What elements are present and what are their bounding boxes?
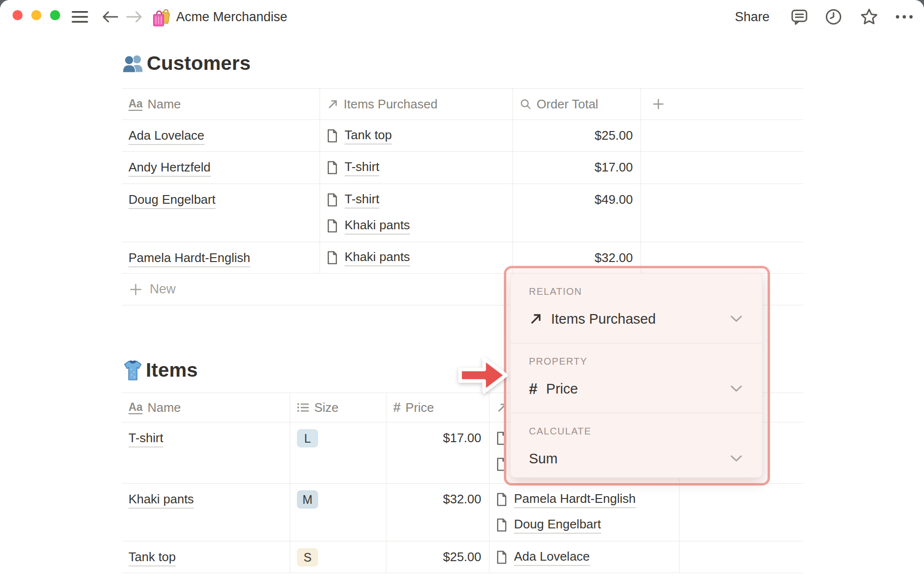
close-window-button[interactable] <box>13 10 23 20</box>
title-icon: Aa <box>128 98 142 111</box>
popup-relation-section: RELATION Items Purchased <box>511 274 762 343</box>
chevron-down-icon <box>730 385 743 393</box>
table-row: Andy Hertzfeld T-shirt $17.00 <box>122 152 803 184</box>
page-title[interactable]: Acme Merchandise <box>176 0 287 34</box>
items-purchased-cell[interactable]: Khaki pants <box>320 242 513 273</box>
size-cell[interactable]: M <box>290 484 386 541</box>
items-purchased-cell[interactable]: T-shirt <box>320 152 513 184</box>
items-purchased-cell[interactable]: T-shirt Khaki pants <box>320 184 513 242</box>
tshirt-emoji-icon <box>122 358 144 381</box>
size-tag: L <box>297 429 318 447</box>
clock-icon <box>824 8 843 26</box>
page-chip[interactable]: T-shirt <box>327 190 379 210</box>
page-chip[interactable]: Tank top <box>327 126 392 145</box>
relation-icon <box>529 312 542 326</box>
page-icon <box>496 518 507 532</box>
star-icon <box>860 7 879 26</box>
order-total-cell[interactable]: $17.00 <box>513 152 641 184</box>
forward-arrow-icon <box>126 10 142 24</box>
items-column-header-size[interactable]: Size <box>290 393 386 422</box>
table-row: Doug Engelbart T-shirt Khaki pants $49.0… <box>122 184 803 242</box>
title-bar: Acme Merchandise Share <box>0 0 924 34</box>
select-icon <box>297 402 309 413</box>
customers-heading-label: Customers <box>147 52 251 75</box>
rollup-icon <box>520 98 532 110</box>
item-name-cell[interactable]: Tank top <box>122 541 290 573</box>
comment-icon <box>790 8 808 26</box>
property-select[interactable]: # Price <box>529 378 744 400</box>
price-cell[interactable]: $17.00 <box>386 422 489 483</box>
order-total-cell[interactable]: $49.00 <box>513 184 641 242</box>
more-options-button[interactable] <box>894 0 914 34</box>
ellipsis-icon <box>894 13 914 20</box>
share-button[interactable]: Share <box>735 0 770 34</box>
size-cell[interactable]: L <box>290 422 386 483</box>
purchased-by-cell[interactable]: Ada Lovelace <box>489 541 680 573</box>
page-icon <box>496 551 507 564</box>
table-row: Khaki pants M $32.00 Pamela Hardt-Englis… <box>122 484 803 541</box>
zoom-window-button[interactable] <box>50 10 60 20</box>
customers-add-property-button[interactable] <box>641 89 803 119</box>
updates-button[interactable] <box>824 0 843 34</box>
number-icon: # <box>393 400 401 415</box>
annotation-arrow-icon <box>455 353 511 397</box>
minimize-window-button[interactable] <box>31 10 41 20</box>
relation-section-label: RELATION <box>529 286 744 297</box>
size-tag: S <box>297 548 318 566</box>
page-chip[interactable]: Khaki pants <box>327 248 410 267</box>
plus-icon <box>129 283 142 296</box>
page-chip[interactable]: T-shirt <box>327 158 379 178</box>
item-name-cell[interactable]: T-shirt <box>122 422 290 483</box>
purchased-by-cell[interactable]: Pamela Hardt-English Doug Engelbart <box>489 484 680 541</box>
page-icon <box>327 129 338 143</box>
empty-cell <box>641 120 803 151</box>
chevron-down-icon <box>730 455 743 462</box>
page-emoji-shopping-bags <box>151 0 170 34</box>
sidebar-menu-button[interactable] <box>71 0 89 34</box>
empty-cell <box>641 152 803 184</box>
page-icon <box>327 161 338 174</box>
favorite-button[interactable] <box>860 0 879 34</box>
order-total-cell[interactable]: $25.00 <box>513 120 641 151</box>
forward-button[interactable] <box>126 0 142 34</box>
empty-cell <box>680 484 803 541</box>
items-heading-label: Items <box>146 359 198 381</box>
page-chip[interactable]: Pamela Hardt-English <box>496 489 636 510</box>
empty-cell <box>641 184 803 242</box>
customer-name-cell[interactable]: Andy Hertzfeld <box>122 152 320 184</box>
size-cell[interactable]: S <box>290 541 386 573</box>
relation-select[interactable]: Items Purchased <box>529 308 744 330</box>
price-cell[interactable]: $25.00 <box>386 541 489 573</box>
property-section-label: PROPERTY <box>529 356 744 367</box>
app-window: Acme Merchandise Share <box>0 0 924 578</box>
size-tag: M <box>297 490 318 509</box>
back-arrow-icon <box>102 10 118 24</box>
popup-calculate-section: CALCULATE Sum <box>511 413 762 477</box>
rollup-config-popup: RELATION Items Purchased PROPERTY # Pric… <box>510 273 762 478</box>
customers-column-header-order-total[interactable]: Order Total <box>513 89 641 119</box>
calculate-section-label: CALCULATE <box>529 426 744 437</box>
people-emoji-icon <box>122 53 145 74</box>
page-chip[interactable]: Doug Engelbart <box>496 515 601 536</box>
page-chip[interactable]: Ada Lovelace <box>496 547 590 567</box>
relation-icon <box>327 98 339 110</box>
customers-column-header-items-purchased[interactable]: Items Purchased <box>320 89 513 119</box>
price-cell[interactable]: $32.00 <box>386 484 489 541</box>
number-icon: # <box>529 380 538 398</box>
page-icon <box>327 193 338 207</box>
customer-name-cell[interactable]: Ada Lovelace <box>122 120 320 151</box>
page-icon <box>327 251 338 264</box>
chevron-down-icon <box>730 315 743 323</box>
customer-name-cell[interactable]: Pamela Hardt-English <box>122 242 320 273</box>
back-button[interactable] <box>102 0 118 34</box>
comments-button[interactable] <box>790 0 808 34</box>
customer-name-cell[interactable]: Doug Engelbart <box>122 184 320 242</box>
table-row: Ada Lovelace Tank top $25.00 <box>122 120 803 152</box>
items-purchased-cell[interactable]: Tank top <box>320 120 513 151</box>
item-name-cell[interactable]: Khaki pants <box>122 484 290 541</box>
page-chip[interactable]: Khaki pants <box>327 216 410 236</box>
items-column-header-price[interactable]: # Price <box>386 393 489 422</box>
calculate-select[interactable]: Sum <box>529 447 744 470</box>
customers-column-header-name[interactable]: Aa Name <box>122 89 320 119</box>
items-column-header-name[interactable]: Aa Name <box>122 393 290 422</box>
